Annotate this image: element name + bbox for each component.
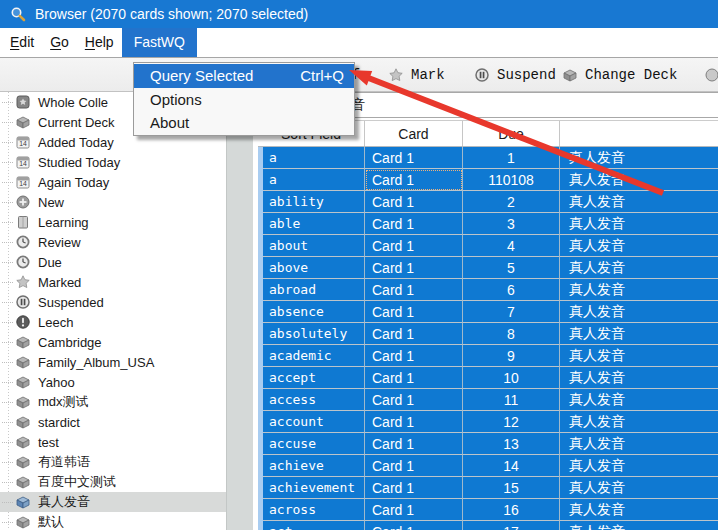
menu-item-fastwq[interactable]: FastWQ [122, 28, 197, 57]
cell-sort-field: absence [263, 301, 365, 323]
browser-window: Browser (2070 cards shown; 2070 selected… [0, 0, 718, 530]
sidebar-item-again-today[interactable]: 14 Again Today [0, 172, 226, 192]
column-header-due[interactable]: Due [463, 121, 560, 146]
table-row[interactable]: absence Card 1 7 真人发音 [263, 301, 718, 323]
cell-card: Card 1 [365, 411, 463, 433]
sidebar-item-label: Learning [38, 215, 89, 230]
table-row[interactable]: achieve Card 1 14 真人发音 [263, 455, 718, 477]
sidebar-item-百度中文测试[interactable]: 百度中文测试 [0, 472, 226, 492]
menu-item-go[interactable]: Go [42, 28, 77, 57]
cell-card: Card 1 [365, 235, 463, 257]
table-row[interactable]: able Card 1 3 真人发音 [263, 213, 718, 235]
collection-icon [15, 94, 31, 110]
sidebar-item-learning[interactable]: Learning [0, 212, 226, 232]
table-row[interactable]: accept Card 1 10 真人发音 [263, 367, 718, 389]
sidebar-item-due[interactable]: Due [0, 252, 226, 272]
toolbar-change-deck-button[interactable]: Change Deck [562, 58, 677, 91]
sidebar-item-label: Leech [38, 315, 73, 330]
star-icon [15, 274, 31, 290]
cell-due: 8 [463, 323, 560, 345]
deck-icon [15, 374, 31, 390]
table-row[interactable]: about Card 1 4 真人发音 [263, 235, 718, 257]
table-row[interactable]: achievement Card 1 15 真人发音 [263, 477, 718, 499]
calendar-icon: 14 [15, 134, 31, 150]
sidebar-item-cambridge[interactable]: Cambridge [0, 332, 226, 352]
sidebar-item-suspended[interactable]: Suspended [0, 292, 226, 312]
menu-item-edit[interactable]: Edit [2, 28, 42, 57]
sidebar-item-label: New [38, 195, 64, 210]
cell-deck: 真人发音 [560, 191, 718, 213]
sidebar-scrollbar[interactable] [226, 92, 253, 530]
cell-card: Card 1 [365, 389, 463, 411]
cell-due: 5 [463, 257, 560, 279]
cell-deck: 真人发音 [560, 499, 718, 521]
sidebar-item-label: Cambridge [38, 335, 102, 350]
toolbar-suspend-button[interactable]: Suspend [474, 58, 556, 91]
toolbar: Info Mark Suspend Change Deck [0, 58, 718, 92]
sidebar-item-review[interactable]: Review [0, 232, 226, 252]
table-row[interactable]: act Card 1 17 真人发音 [263, 521, 718, 530]
table-row[interactable]: above Card 1 5 真人发音 [263, 257, 718, 279]
cell-card: Card 1 [365, 367, 463, 389]
magnifier-icon [10, 6, 26, 22]
title-bar: Browser (2070 cards shown; 2070 selected… [0, 0, 718, 28]
fastwq-menu-item-about[interactable]: About [134, 111, 354, 134]
cell-card: Card 1 [365, 169, 463, 191]
table-row[interactable]: account Card 1 12 真人发音 [263, 411, 718, 433]
table-row[interactable]: absolutely Card 1 8 真人发音 [263, 323, 718, 345]
sidebar-item-yahoo[interactable]: Yahoo [0, 372, 226, 392]
pause-icon [15, 294, 31, 310]
sidebar-item-真人发音[interactable]: 真人发音 [0, 492, 226, 512]
table-row[interactable]: a Card 1 110108 真人发音 [263, 169, 718, 191]
sidebar-item-studied-today[interactable]: 14 Studied Today [0, 152, 226, 172]
sidebar-item-leech[interactable]: Leech [0, 312, 226, 332]
window-title: Browser (2070 cards shown; 2070 selected… [35, 6, 308, 22]
sidebar-item-label: Added Today [38, 135, 114, 150]
sidebar-item-marked[interactable]: Marked [0, 272, 226, 292]
cell-sort-field: across [263, 499, 365, 521]
table-row[interactable]: access Card 1 11 真人发音 [263, 389, 718, 411]
circle-icon [704, 67, 718, 83]
sidebar-item-label: 百度中文测试 [38, 473, 116, 491]
deck-icon [15, 414, 31, 430]
menu-item-label: Query Selected [150, 64, 253, 88]
table-row[interactable]: accuse Card 1 13 真人发音 [263, 433, 718, 455]
sidebar-item-new[interactable]: New [0, 192, 226, 212]
sidebar-item-默认[interactable]: 默认 [0, 512, 226, 530]
fastwq-menu: Query Selected Ctrl+Q Options About [133, 62, 355, 136]
cell-sort-field: academic [263, 345, 365, 367]
toolbar-extra-button[interactable] [704, 58, 718, 91]
deck-icon [15, 474, 31, 490]
table-row[interactable]: across Card 1 16 真人发音 [263, 499, 718, 521]
table-row[interactable]: ability Card 1 2 真人发音 [263, 191, 718, 213]
cell-deck: 真人发音 [560, 455, 718, 477]
cell-card: Card 1 [365, 345, 463, 367]
table-row[interactable]: abroad Card 1 6 真人发音 [263, 279, 718, 301]
table-row[interactable]: academic Card 1 9 真人发音 [263, 345, 718, 367]
cell-sort-field: a [263, 147, 365, 169]
sidebar-item-label: Studied Today [38, 155, 120, 170]
cell-due: 13 [463, 433, 560, 455]
sidebar-item-label: Review [38, 235, 81, 250]
table-row[interactable]: a Card 1 1 真人发音 [263, 147, 718, 169]
cell-due: 10 [463, 367, 560, 389]
fastwq-menu-item-options[interactable]: Options [134, 88, 354, 111]
column-header-empty[interactable] [560, 121, 718, 146]
cell-deck: 真人发音 [560, 345, 718, 367]
sidebar-item-label: 有道韩语 [38, 453, 90, 471]
sidebar-item-mdx测试[interactable]: mdx测试 [0, 392, 226, 412]
cell-sort-field: about [263, 235, 365, 257]
cell-sort-field: account [263, 411, 365, 433]
sidebar-item-label: Marked [38, 275, 81, 290]
cell-deck: 真人发音 [560, 169, 718, 191]
column-header-card[interactable]: Card [365, 121, 463, 146]
fastwq-menu-item-query-selected[interactable]: Query Selected Ctrl+Q [134, 64, 354, 88]
sidebar-item-stardict[interactable]: stardict [0, 412, 226, 432]
cell-deck: 真人发音 [560, 367, 718, 389]
cell-card: Card 1 [365, 301, 463, 323]
sidebar-item-有道韩语[interactable]: 有道韩语 [0, 452, 226, 472]
toolbar-mark-button[interactable]: Mark [388, 58, 445, 91]
sidebar-item-family-album-usa[interactable]: Family_Album_USA [0, 352, 226, 372]
menu-item-help[interactable]: Help [77, 28, 122, 57]
sidebar-item-test[interactable]: test [0, 432, 226, 452]
